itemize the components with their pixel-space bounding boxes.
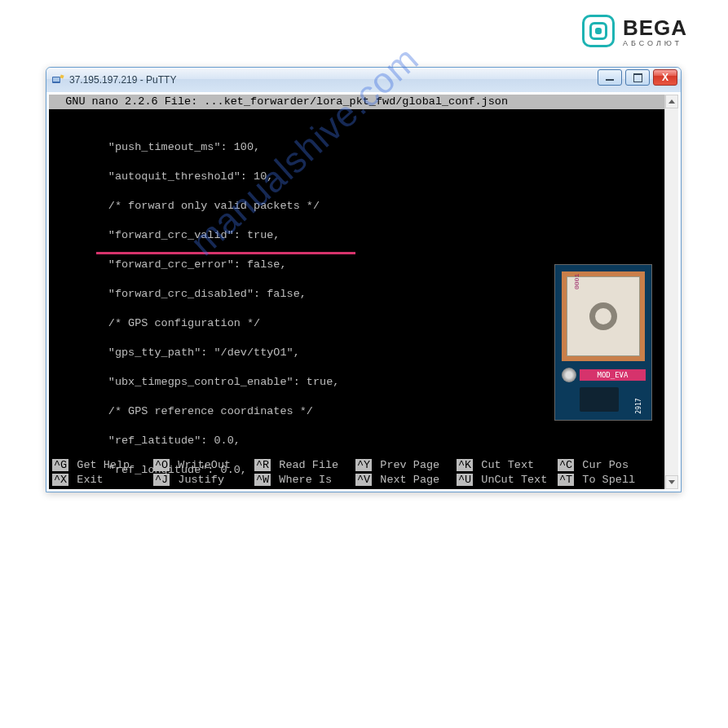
- brand-subtitle: АБСОЛЮТ: [623, 39, 687, 47]
- nano-label: Where Is: [279, 474, 332, 486]
- putty-window: 37.195.197.219 - PuTTY X GNU nano 2.2.6 …: [46, 67, 682, 492]
- term-line: "push_timeout_ms": 100,: [49, 140, 678, 155]
- nano-header: GNU nano 2.2.6 File: ...ket_forwarder/lo…: [49, 95, 678, 109]
- nano-key: ^T: [558, 474, 574, 486]
- brand-logo-icon: [582, 15, 615, 47]
- nano-key: ^G: [52, 459, 68, 471]
- putty-icon: [51, 73, 64, 86]
- nano-key: ^O: [153, 459, 170, 471]
- nano-key: ^K: [457, 459, 473, 471]
- brand-logo: BEGA АБСОЛЮТ: [582, 15, 687, 47]
- nano-footer: ^G Get Help ^O WriteOut ^R Read File ^Y …: [49, 458, 678, 488]
- nano-key: ^U: [457, 474, 473, 486]
- scroll-up-button[interactable]: [665, 95, 678, 108]
- svg-rect-1: [53, 77, 60, 82]
- term-line: "ref_latitude": 0.0,: [49, 434, 678, 448]
- nano-key: ^J: [153, 474, 170, 486]
- nano-key: ^V: [355, 474, 372, 486]
- close-button[interactable]: X: [653, 69, 677, 86]
- nano-label: Justify: [178, 474, 224, 486]
- nano-label: UnCut Text: [481, 474, 547, 486]
- brand-name: BEGA: [623, 15, 687, 41]
- nano-key: ^W: [254, 474, 271, 486]
- nano-label: Prev Page: [380, 459, 439, 471]
- nano-label: Read File: [279, 459, 338, 471]
- gps-strip-label: MOD_EVA: [580, 369, 646, 381]
- nano-label: Next Page: [380, 474, 439, 486]
- nano-label: Get Help: [77, 459, 130, 471]
- gps-number: 2917: [631, 398, 646, 413]
- nano-label: To Spell: [582, 474, 635, 486]
- nano-key: ^R: [254, 459, 271, 471]
- term-line: "autoquit_threshold": 10,: [49, 170, 678, 184]
- minimize-button[interactable]: [598, 69, 622, 86]
- term-line: "forward_crc_valid": true,: [49, 228, 678, 243]
- terminal[interactable]: GNU nano 2.2.6 File: ...ket_forwarder/lo…: [49, 95, 678, 489]
- svg-rect-2: [60, 74, 64, 78]
- nano-key: ^C: [558, 459, 574, 471]
- terminal-scrollbar[interactable]: [664, 95, 678, 489]
- gps-antenna-label: 0001: [570, 274, 585, 289]
- term-line: /* forward only valid packets */: [49, 199, 678, 214]
- nano-label: WriteOut: [178, 459, 231, 471]
- window-title: 37.195.197.219 - PuTTY: [69, 74, 176, 86]
- scroll-down-button[interactable]: [665, 475, 678, 489]
- nano-key: ^Y: [355, 459, 372, 471]
- nano-key: ^X: [52, 474, 68, 486]
- gps-module-image: 0001 MOD_EVA 2917: [554, 264, 652, 421]
- nano-label: Cur Pos: [582, 459, 629, 471]
- maximize-button[interactable]: [625, 69, 650, 86]
- nano-label: Cut Text: [481, 459, 534, 471]
- nano-label: Exit: [77, 474, 103, 486]
- window-titlebar[interactable]: 37.195.197.219 - PuTTY X: [46, 68, 681, 92]
